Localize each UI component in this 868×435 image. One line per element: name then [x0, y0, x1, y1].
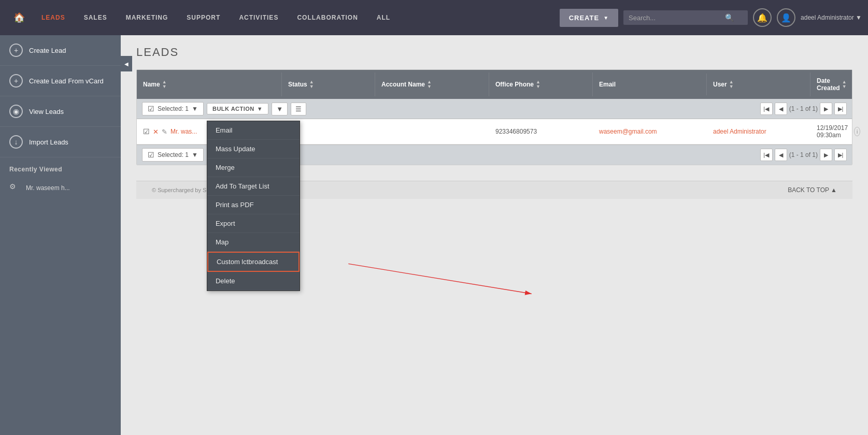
last-page-button[interactable]: ▶| [834, 103, 847, 115]
bulk-add-target-list-item[interactable]: Add To Target List [207, 177, 300, 196]
import-leads-icon: ↓ [9, 135, 23, 149]
pagination-label-bottom: (1 - 1 of 1) [789, 151, 818, 158]
bulk-email-item[interactable]: Email [207, 121, 300, 140]
pagination-label: (1 - 1 of 1) [789, 105, 818, 112]
top-navigation: 🏠 LEADS SALES MARKETING SUPPORT ACTIVITI… [0, 0, 868, 35]
search-input[interactable] [629, 14, 722, 22]
nav-all[interactable]: ALL [367, 0, 400, 35]
user-name-label[interactable]: adeel Administrator ▼ [801, 14, 862, 21]
table-header: Name ▲▼ Status ▲▼ Account Name ▲▼ Office… [137, 70, 852, 99]
view-leads-icon: ◉ [9, 105, 23, 118]
selected-dropdown-icon-bottom: ▼ [192, 151, 198, 158]
toolbar-row-top: ☑ Selected: 1 ▼ BULK ACTION ▼ Email Mass… [137, 99, 852, 119]
bulk-action-button[interactable]: BULK ACTION ▼ [207, 103, 268, 114]
sidebar-collapse-button[interactable]: ◀ [121, 56, 132, 71]
sidebar-item-view-leads[interactable]: ◉ View Leads [0, 96, 121, 127]
sort-user-icon: ▲▼ [729, 80, 734, 89]
sidebar-item-create-lead[interactable]: + Create Lead [0, 35, 121, 66]
bulk-map-item[interactable]: Map [207, 233, 300, 252]
nav-support[interactable]: SUPPORT [177, 0, 230, 35]
checkbox-icon: ☑ [148, 105, 154, 113]
action-icons: ✕ ✎ [153, 128, 167, 136]
notifications-button[interactable]: 🔔 [753, 8, 772, 27]
create-lead-vcard-icon: + [9, 74, 23, 88]
selected-dropdown-icon: ▼ [192, 105, 198, 112]
bulk-action-dropdown: Email Mass Update Merge Add To Target Li… [207, 121, 300, 291]
td-office-phone: 923346809573 [489, 123, 593, 140]
topnav-right: CREATE ▼ 🔍 🔔 👤 adeel Administrator ▼ [560, 8, 862, 27]
th-office-phone[interactable]: Office Phone ▲▼ [489, 72, 593, 96]
th-date-created[interactable]: Date Created ▲▼ [810, 70, 853, 99]
nav-sales[interactable]: SALES [75, 0, 117, 35]
td-email: waseem@gmail.com [593, 123, 707, 140]
lead-user-link[interactable]: adeel Administrator [713, 128, 766, 135]
bulk-merge-item[interactable]: Merge [207, 158, 300, 177]
delete-row-icon[interactable]: ✕ [153, 128, 159, 136]
bulk-custom-lctbroadcast-item[interactable]: Custom lctbroadcast [207, 252, 300, 272]
bulk-print-pdf-item[interactable]: Print as PDF [207, 196, 300, 214]
filter-button[interactable]: ▼ [272, 103, 288, 115]
search-box: 🔍 [623, 10, 748, 25]
sort-date-icon: ▲▼ [842, 80, 847, 89]
pagination-top: |◀ ◀ (1 - 1 of 1) ▶ ▶| [760, 103, 847, 115]
pagination-bottom: |◀ ◀ (1 - 1 of 1) ▶ ▶| [760, 149, 847, 161]
row-info-icon[interactable]: i [854, 127, 860, 136]
row-checkbox-icon[interactable]: ☑ [143, 127, 150, 136]
next-page-button[interactable]: ▶ [820, 103, 832, 115]
td-user: adeel Administrator [707, 123, 810, 140]
lead-email-link[interactable]: waseem@gmail.com [599, 128, 657, 135]
th-status[interactable]: Status ▲▼ [282, 72, 375, 96]
home-button[interactable]: 🏠 [6, 12, 32, 23]
sidebar-item-create-lead-vcard[interactable]: + Create Lead From vCard [0, 66, 121, 96]
bulk-mass-update-item[interactable]: Mass Update [207, 140, 300, 158]
nav-items: LEADS SALES MARKETING SUPPORT ACTIVITIES… [32, 0, 560, 35]
main-layout: + Create Lead + Create Lead From vCard ◉… [0, 35, 868, 435]
create-arrow-icon: ▼ [603, 15, 609, 21]
selected-count-badge-bottom[interactable]: ☑ Selected: 1 ▼ [142, 148, 204, 162]
sidebar: + Create Lead + Create Lead From vCard ◉… [0, 35, 121, 435]
first-page-button-bottom[interactable]: |◀ [760, 149, 773, 161]
first-page-button[interactable]: |◀ [760, 103, 773, 115]
recent-item-waseem[interactable]: ⚙ Mr. waseem h... [0, 177, 121, 199]
nav-leads[interactable]: LEADS [32, 0, 75, 35]
prev-page-button-bottom[interactable]: ◀ [775, 149, 787, 161]
prev-page-button[interactable]: ◀ [775, 103, 787, 115]
page-title: LEADS [136, 46, 852, 59]
selected-count-badge[interactable]: ☑ Selected: 1 ▼ [142, 102, 204, 115]
checkbox-icon-bottom: ☑ [148, 151, 154, 159]
td-date-created: 12/19/2017 09:30am i [810, 119, 866, 144]
leads-table: Name ▲▼ Status ▲▼ Account Name ▲▼ Office… [136, 69, 852, 165]
recent-item-icon: ⚙ [9, 182, 21, 194]
edit-row-icon[interactable]: ✎ [162, 128, 167, 136]
sort-name-icon: ▲▼ [162, 80, 167, 89]
recently-viewed-label: Recently Viewed [0, 157, 121, 177]
bulk-action-container: BULK ACTION ▼ Email Mass Update Merge Ad… [207, 103, 268, 114]
th-name[interactable]: Name ▲▼ [137, 72, 282, 96]
sidebar-item-import-leads[interactable]: ↓ Import Leads [0, 127, 121, 157]
search-icon: 🔍 [725, 13, 734, 22]
last-page-button-bottom[interactable]: ▶| [834, 149, 847, 161]
sort-phone-icon: ▲▼ [536, 80, 540, 89]
svg-line-1 [348, 264, 532, 294]
th-email[interactable]: Email [593, 74, 707, 95]
bulk-action-arrow-icon: ▼ [257, 106, 263, 112]
sort-status-icon: ▲▼ [309, 80, 314, 89]
th-user[interactable]: User ▲▼ [707, 72, 810, 96]
columns-button[interactable]: ☰ [291, 103, 306, 115]
create-lead-icon: + [9, 44, 23, 57]
nav-collaboration[interactable]: COLLABORATION [288, 0, 367, 35]
nav-activities[interactable]: ACTIVITIES [230, 0, 288, 35]
lead-name-link[interactable]: Mr. was... [170, 128, 197, 135]
create-button[interactable]: CREATE ▼ [560, 9, 618, 27]
sort-account-icon: ▲▼ [427, 80, 432, 89]
nav-marketing[interactable]: MARKETING [117, 0, 178, 35]
th-account-name[interactable]: Account Name ▲▼ [375, 72, 489, 96]
bulk-export-item[interactable]: Export [207, 214, 300, 233]
content-area: ◀ LEADS Name ▲▼ Status ▲▼ Account Name ▲… [121, 35, 868, 435]
bulk-delete-item[interactable]: Delete [207, 272, 300, 291]
td-account-name [375, 126, 489, 137]
user-avatar-button[interactable]: 👤 [777, 8, 795, 27]
next-page-button-bottom[interactable]: ▶ [820, 149, 832, 161]
back-to-top-button[interactable]: BACK TO TOP ▲ [788, 186, 837, 194]
